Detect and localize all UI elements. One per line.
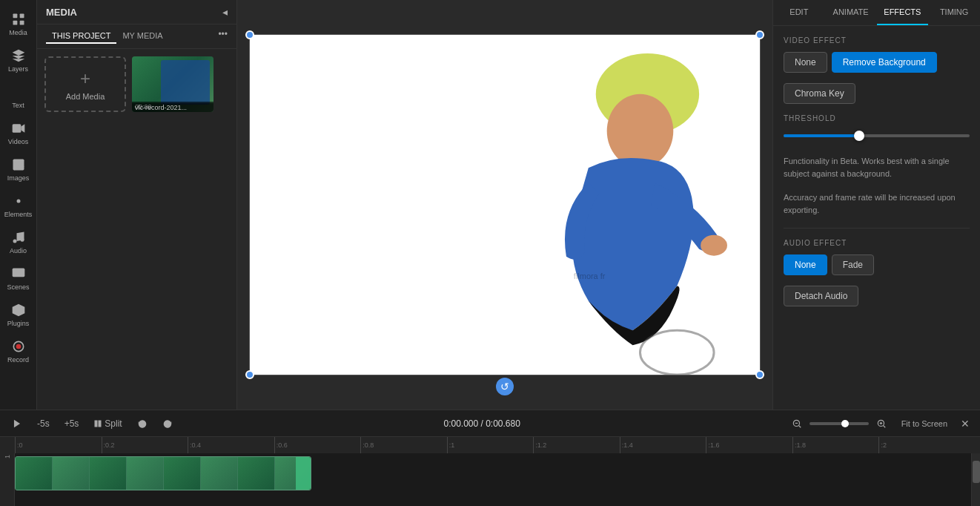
video-track[interactable]: [15, 456, 311, 490]
tab-this-project[interactable]: THIS PROJECT: [46, 29, 116, 44]
scrollbar-thumb[interactable]: [973, 461, 980, 483]
sidebar-item-audio[interactable]: Audio: [0, 224, 36, 260]
sidebar-item-plugins[interactable]: Plugins: [0, 297, 36, 333]
corner-handle-bl[interactable]: [245, 370, 254, 379]
audio-effect-title: AUDIO EFFECT: [784, 239, 970, 247]
info-text-2: Accuracy and frame rate will be increase…: [784, 191, 970, 216]
zoom-group: [787, 416, 891, 431]
svg-marker-19: [14, 419, 20, 427]
svg-point-13: [16, 344, 21, 349]
svg-line-24: [883, 425, 885, 427]
svg-marker-5: [21, 124, 24, 133]
canvas-area: filmora fr ↺: [237, 0, 772, 410]
play-button[interactable]: [7, 416, 27, 431]
ruler-mark-3: :0.6: [274, 437, 361, 453]
slider-fill: [784, 134, 858, 137]
add-media-label: Add Media: [66, 92, 105, 101]
svg-rect-1: [19, 14, 24, 19]
info-text-1: Functionality in Beta. Works best with a…: [784, 155, 970, 180]
forward-button[interactable]: +5s: [60, 416, 84, 431]
timeline-ruler: :0 :0.2 :0.4 :0.6 :0.8 :1 :1.2 :1.4 :1.6…: [0, 437, 980, 453]
sidebar-item-scenes[interactable]: Scenes: [0, 260, 36, 297]
track-end-handle[interactable]: [296, 457, 311, 490]
media-panel: MEDIA ◂ THIS PROJECT MY MEDIA ••• + Add …: [37, 0, 237, 410]
ruler-marks: :0 :0.2 :0.4 :0.6 :0.8 :1 :1.2 :1.4 :1.6…: [15, 437, 965, 453]
media-tab-more[interactable]: •••: [218, 29, 228, 44]
audio-effect-fade-button[interactable]: Fade: [832, 254, 874, 275]
rewind-button[interactable]: -5s: [33, 416, 54, 431]
right-panel-content: VIDEO EFFECT None Remove Background Chro…: [773, 26, 980, 410]
slider-thumb[interactable]: [854, 131, 864, 141]
tab-edit[interactable]: EDIT: [773, 0, 825, 25]
svg-text:filmora fr: filmora fr: [574, 272, 606, 280]
divider: [784, 228, 970, 229]
threshold-slider[interactable]: [784, 128, 970, 143]
svg-rect-4: [12, 124, 21, 133]
ruler-mark-6: :1.2: [533, 437, 620, 453]
scrollbar-vertical[interactable]: [971, 453, 980, 506]
undo-button[interactable]: [133, 416, 152, 431]
ruler-mark-8: :1.6: [706, 437, 792, 453]
tab-animate[interactable]: ANIMATE: [825, 0, 877, 25]
svg-point-16: [701, 235, 728, 256]
redo-button[interactable]: [158, 416, 177, 431]
zoom-out-button[interactable]: [787, 416, 807, 431]
media-tabs: THIS PROJECT MY MEDIA •••: [37, 24, 236, 49]
sidebar-item-images[interactable]: Images: [0, 151, 36, 188]
zoom-slider[interactable]: [810, 422, 869, 425]
track-label-1: 1: [4, 455, 11, 459]
sidebar-item-record[interactable]: Record: [0, 333, 36, 369]
add-media-button[interactable]: + Add Media: [44, 56, 126, 112]
right-panel: EDIT ANIMATE EFFECTS TIMING VIDEO EFFECT…: [772, 0, 980, 410]
detach-audio-button[interactable]: Detach Audio: [784, 286, 858, 306]
zoom-in-button[interactable]: [872, 416, 891, 431]
timeline-toolbar: -5s +5s Split 0:00.000 / 0:00.680 Fit to…: [0, 410, 980, 437]
split-button[interactable]: Split: [89, 416, 126, 431]
audio-effect-none-button[interactable]: None: [784, 254, 827, 275]
timeline-close-button[interactable]: ✕: [958, 416, 973, 431]
svg-line-21: [798, 425, 801, 427]
timeline-tracks: 1: [0, 453, 980, 506]
video-effect-none-button[interactable]: None: [784, 52, 827, 73]
sidebar-item-text[interactable]: Text: [0, 79, 36, 115]
media-panel-title: MEDIA: [46, 7, 77, 18]
track-frame-2: [53, 457, 90, 490]
sidebar-item-layers[interactable]: Layers: [0, 42, 36, 79]
track-frame-7: [238, 457, 275, 490]
sidebar-item-elements[interactable]: Elements: [0, 188, 36, 224]
ruler-mark-9: :1.8: [792, 437, 879, 453]
corner-handle-tl[interactable]: [245, 30, 254, 39]
threshold-title: THRESHOLD: [784, 114, 970, 122]
media-thumbnail-1[interactable]: 00:00 vlc-record-2021...: [132, 56, 213, 112]
tab-my-media[interactable]: MY MEDIA: [116, 29, 168, 44]
media-content: + Add Media 00:00 vlc-record-2021...: [37, 49, 236, 119]
corner-handle-tr[interactable]: [755, 30, 764, 39]
track-content[interactable]: [15, 453, 971, 506]
chroma-key-button[interactable]: Chroma Key: [784, 83, 855, 104]
ruler-mark-2: :0.4: [188, 437, 274, 453]
main-area: Media Layers Text Videos Images Elements…: [0, 0, 980, 410]
tab-effects[interactable]: EFFECTS: [877, 0, 929, 25]
sidebar-item-media[interactable]: Media: [0, 6, 36, 42]
timeline-area: -5s +5s Split 0:00.000 / 0:00.680 Fit to…: [0, 410, 980, 506]
zoom-thumb[interactable]: [841, 420, 849, 427]
corner-handle-br[interactable]: [755, 370, 764, 379]
svg-point-7: [15, 162, 16, 164]
canvas-frame: filmora fr ↺: [249, 34, 761, 375]
rotate-handle[interactable]: ↺: [496, 378, 514, 395]
ruler-mark-4: :0.8: [360, 437, 447, 453]
tab-timing[interactable]: TIMING: [928, 0, 980, 25]
fit-to-screen-button[interactable]: Fit to Screen: [897, 417, 952, 430]
svg-rect-2: [13, 21, 17, 25]
track-frame-1: [16, 457, 53, 490]
video-effect-remove-bg-button[interactable]: Remove Background: [832, 52, 937, 73]
media-panel-collapse[interactable]: ◂: [222, 6, 228, 18]
track-frames: [16, 457, 311, 490]
ruler-mark-7: :1.4: [620, 437, 706, 453]
svg-point-15: [607, 94, 674, 168]
svg-rect-3: [19, 21, 24, 25]
slider-track: [784, 134, 970, 137]
track-labels: 1: [0, 453, 15, 506]
track-frame-5: [164, 457, 201, 490]
sidebar-item-videos[interactable]: Videos: [0, 115, 36, 151]
